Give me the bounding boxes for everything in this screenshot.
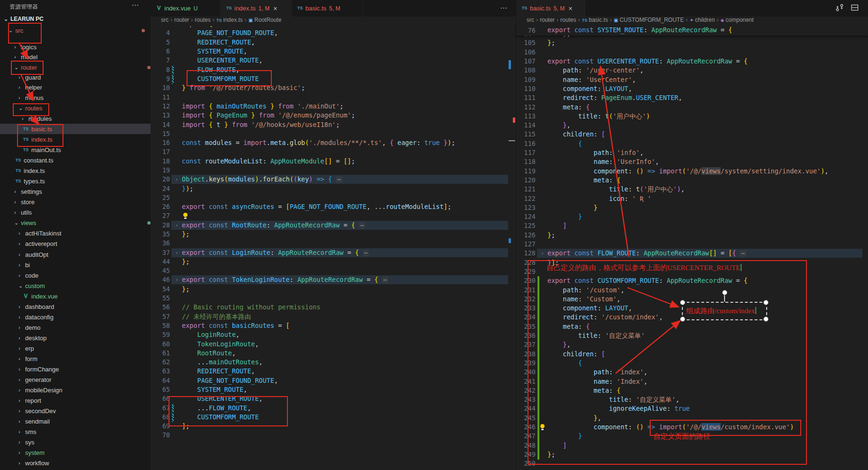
tab-basic.ts[interactable]: TSbasic.ts5, M×: [516, 0, 585, 17]
resize-handle[interactable]: [763, 316, 769, 322]
tree-item-desktop[interactable]: ›desktop: [0, 333, 169, 343]
tree-item-activereport[interactable]: ›activereport: [0, 238, 169, 249]
tree-item-bi[interactable]: ›bi: [0, 260, 169, 270]
tree-item-generator[interactable]: ›generator: [0, 374, 169, 385]
tree-item-mainOut.ts[interactable]: TSmainOut.ts: [0, 145, 172, 155]
breadcrumb-router[interactable]: router: [540, 17, 555, 23]
fold-chevron-icon[interactable]: ›: [175, 275, 179, 285]
tree-item-modules[interactable]: ›modules: [0, 113, 172, 124]
chevron-right-icon: ›: [18, 82, 25, 92]
line-number: 126: [516, 231, 536, 240]
chevron-right-icon: ›: [18, 416, 25, 426]
close-icon[interactable]: ×: [273, 5, 277, 12]
sticky-scroll-line[interactable]: 76export const SYSTEM_ROUTE: AppRouteRec…: [516, 26, 868, 36]
tree-item-settings[interactable]: ›settings: [0, 186, 165, 197]
tree-item-index.vue[interactable]: Vindex.vueU: [0, 291, 172, 301]
tree-item-constant.ts[interactable]: TSconstant.ts: [0, 155, 165, 165]
code-line-10: } from '/@/router/routes/basic';: [182, 83, 305, 93]
chevron-right-icon: ›: [18, 395, 25, 406]
tree-item-sendmail[interactable]: ›sendmail: [0, 416, 169, 426]
gutter-added-indicator: [537, 432, 539, 441]
code-area-index-ts[interactable]: 3import {4 PAGE_NOT_FOUND_ROUTE,5 REDIRE…: [151, 26, 516, 470]
tree-item-logics[interactable]: ›logics: [0, 42, 165, 52]
tree-item-mobileDesign[interactable]: ›mobileDesign: [0, 385, 169, 395]
editor-more-actions-icon[interactable]: ⋯: [500, 4, 507, 12]
breadcrumb-children[interactable]: ✦children: [689, 17, 715, 23]
tree-item-helper[interactable]: ›helper: [0, 82, 169, 92]
resize-handle[interactable]: [763, 300, 769, 305]
tree-item-types.ts[interactable]: TStypes.ts: [0, 176, 165, 186]
tree-item-basic.ts[interactable]: TSbasic.ts5, M: [0, 124, 172, 134]
line-number: 110: [516, 84, 536, 94]
fold-chevron-icon[interactable]: ›: [175, 175, 179, 184]
code-line-58: export const basicRoutes = [: [182, 321, 290, 331]
breadcrumb-index.ts[interactable]: TSindex.ts: [216, 17, 243, 23]
tree-item-dashboard[interactable]: ›dashboard: [0, 301, 169, 312]
tree-item-custom[interactable]: ⌄custom: [0, 280, 169, 291]
tree-item-demo[interactable]: ›demo: [0, 322, 169, 333]
tree-item-guard[interactable]: ›guard: [0, 72, 169, 82]
fold-chevron-icon[interactable]: ›: [175, 248, 179, 258]
tree-item-auditOpt[interactable]: ›auditOpt: [0, 249, 169, 260]
tree-item-secondDev[interactable]: ›secondDev: [0, 406, 169, 416]
tree-item-report[interactable]: ›report: [0, 395, 169, 406]
close-icon[interactable]: ×: [568, 5, 572, 12]
tree-item-workflow[interactable]: ›workflow: [0, 458, 169, 468]
gutter-added-indicator: [537, 340, 539, 350]
breadcrumb-RootRoute[interactable]: ▣RootRoute: [249, 17, 282, 23]
chevron-right-icon: ›: [14, 42, 21, 52]
line-number: 125: [516, 221, 536, 231]
breadcrumb-basic.ts[interactable]: TSbasic.ts: [582, 17, 608, 23]
tree-item-dataconfig[interactable]: ›dataconfig: [0, 312, 169, 322]
lightbulb-icon[interactable]: [182, 213, 188, 219]
lightbulb-icon[interactable]: [539, 424, 545, 431]
tree-item-store[interactable]: ›store: [0, 197, 165, 207]
breadcrumb-routes[interactable]: routes: [560, 17, 576, 23]
tab-index.ts[interactable]: TSindex.ts1, M×: [221, 0, 292, 17]
rotation-handle[interactable]: [722, 290, 727, 295]
typescript-file-icon: TS: [22, 146, 30, 154]
line-number: 14: [151, 120, 170, 130]
line-number: 8: [151, 65, 170, 75]
tree-item-menus[interactable]: ›menus: [0, 92, 169, 103]
tree-item-system[interactable]: ›system: [0, 447, 169, 458]
tree-item-model[interactable]: ›model: [0, 52, 165, 62]
wrench-icon: ✦: [689, 18, 693, 23]
tree-item-sys[interactable]: ›sys: [0, 437, 169, 447]
chevron-right-icon: ›: [18, 458, 25, 468]
tree-item-router[interactable]: ⌄router: [0, 62, 165, 72]
line-number: 122: [516, 194, 536, 204]
breadcrumb-src[interactable]: src: [161, 17, 169, 23]
breadcrumb-routes[interactable]: routes: [195, 17, 210, 23]
tree-item-erp[interactable]: ›erp: [0, 343, 169, 353]
fold-chevron-icon[interactable]: ›: [175, 221, 179, 230]
breadcrumb-CUSTOMFORM_ROUTE[interactable]: ▣CUSTOMFORM_ROUTE: [614, 17, 684, 23]
tree-item-actHiTaskinst[interactable]: ›actHiTaskinst: [0, 228, 169, 238]
tree-item-index.ts[interactable]: TSindex.ts1, M: [0, 134, 172, 145]
code-line-119: component: () => import('/@/views/system…: [547, 167, 828, 176]
line-number: 123: [516, 203, 536, 213]
tree-item-code[interactable]: ›code: [0, 270, 169, 280]
tree-item-label: menus: [25, 94, 44, 101]
code-area-basic-ts[interactable]: 104 },105};106107export const USERCENTER…: [516, 26, 868, 470]
fold-chevron-icon[interactable]: ›: [541, 249, 544, 258]
tree-item-views[interactable]: ⌄views: [0, 217, 165, 228]
annotation-textbox[interactable]: 组成路由/custom/index: [682, 302, 767, 320]
resize-handle[interactable]: [680, 300, 685, 305]
tab-index.vue[interactable]: Vindex.vueU: [151, 0, 221, 17]
resize-handle[interactable]: [680, 316, 685, 322]
tree-item-sms[interactable]: ›sms: [0, 426, 169, 437]
compare-changes-icon[interactable]: [835, 3, 844, 14]
split-editor-icon[interactable]: [850, 3, 859, 14]
tree-item-routes[interactable]: ⌄routes: [0, 103, 169, 113]
breadcrumb-src[interactable]: src: [527, 17, 534, 23]
tree-item-form[interactable]: ›form: [0, 353, 169, 364]
breadcrumb-router[interactable]: router: [174, 17, 189, 23]
tree-item-src[interactable]: ⌄src: [0, 25, 159, 36]
tab-basic.ts[interactable]: TSbasic.ts5, M: [292, 0, 363, 17]
tree-item-index.ts[interactable]: TSindex.ts: [0, 165, 165, 176]
breadcrumb-component[interactable]: ◈component: [721, 17, 754, 23]
tree-item-utils[interactable]: ›utils: [0, 207, 165, 217]
line-number: 76: [516, 26, 536, 36]
tree-item-formChange[interactable]: ›formChange: [0, 364, 169, 374]
